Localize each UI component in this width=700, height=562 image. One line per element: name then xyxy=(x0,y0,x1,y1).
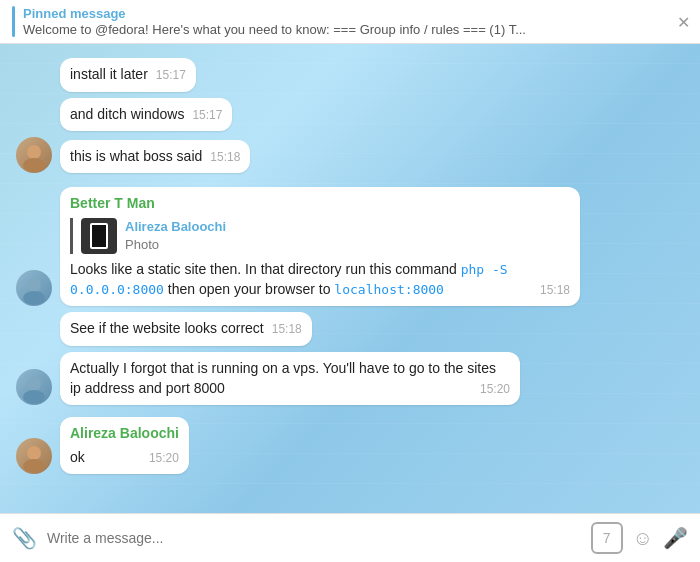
svg-point-2 xyxy=(27,278,41,292)
message-text: Looks like a static site then. In that d… xyxy=(70,261,461,277)
message-bubble: See if the website looks correct 15:18 xyxy=(60,312,312,346)
message-time: 15:18 xyxy=(272,321,302,338)
chat-area: install it later 15:17 and ditch windows… xyxy=(0,44,700,513)
svg-point-1 xyxy=(23,158,45,172)
mic-icon[interactable]: 🎤 xyxy=(663,526,688,550)
avatar xyxy=(16,438,52,474)
message-time: 15:17 xyxy=(156,67,186,84)
svg-point-0 xyxy=(27,145,41,159)
message-text: See if the website looks correct xyxy=(70,320,264,336)
message-bubble: Actually I forgot that is running on a v… xyxy=(60,352,520,405)
pinned-accent xyxy=(12,6,15,37)
message-text-mid: then open your browser to xyxy=(164,281,334,297)
emoji-icon[interactable]: ☺ xyxy=(633,527,653,550)
message-bubble: Better T Man Alireza Baloochi Photo Look… xyxy=(60,187,580,306)
message-row: Alireza Baloochi ok 15:20 xyxy=(16,417,684,474)
avatar xyxy=(16,137,52,173)
message-row: Better T Man Alireza Baloochi Photo Look… xyxy=(16,187,684,306)
message-text: ok xyxy=(70,449,85,465)
message-bubble: this is what boss said 15:18 xyxy=(60,140,250,174)
quote-sub: Photo xyxy=(125,236,226,254)
input-bar: 📎 7 ☺ 🎤 xyxy=(0,513,700,562)
quote-thumb-inner xyxy=(90,223,108,249)
message-time: 15:20 xyxy=(480,381,510,398)
message-bubble: Alireza Baloochi ok 15:20 xyxy=(60,417,189,474)
avatar xyxy=(16,270,52,306)
svg-point-4 xyxy=(27,377,41,391)
message-row: See if the website looks correct 15:18 xyxy=(16,312,684,346)
quote-thumbnail xyxy=(81,218,117,254)
code-span-2: localhost:8000 xyxy=(334,282,444,297)
svg-point-3 xyxy=(23,291,45,305)
quote-content: Alireza Baloochi Photo xyxy=(125,218,226,254)
message-time: 15:18 xyxy=(210,149,240,166)
pinned-content: Pinned message Welcome to @fedora! Here'… xyxy=(23,6,526,37)
svg-point-5 xyxy=(23,390,45,404)
message-time: 15:20 xyxy=(149,450,179,467)
message-time: 15:17 xyxy=(192,107,222,124)
message-row: install it later 15:17 xyxy=(16,58,684,92)
quote-block: Alireza Baloochi Photo xyxy=(70,218,570,254)
message-text: Actually I forgot that is running on a v… xyxy=(70,360,496,396)
attach-icon[interactable]: 📎 xyxy=(12,526,37,550)
message-bubble: and ditch windows 15:17 xyxy=(60,98,232,132)
avatar xyxy=(16,369,52,405)
message-text: and ditch windows xyxy=(70,106,184,122)
message-bubble: install it later 15:17 xyxy=(60,58,196,92)
close-icon[interactable]: ✕ xyxy=(677,12,690,31)
message-text: install it later xyxy=(70,66,148,82)
sticker-button[interactable]: 7 xyxy=(591,522,623,554)
sender-name: Alireza Baloochi xyxy=(70,424,179,444)
sticker-label: 7 xyxy=(603,530,611,546)
message-row: this is what boss said 15:18 xyxy=(16,137,684,173)
pinned-text: Welcome to @fedora! Here's what you need… xyxy=(23,22,526,37)
sender-name: Better T Man xyxy=(70,194,570,214)
pinned-label: Pinned message xyxy=(23,6,526,21)
quote-author: Alireza Baloochi xyxy=(125,218,226,236)
pinned-message-bar: Pinned message Welcome to @fedora! Here'… xyxy=(0,0,700,44)
message-text: this is what boss said xyxy=(70,148,202,164)
message-time: 15:18 xyxy=(540,282,570,299)
message-row: Actually I forgot that is running on a v… xyxy=(16,352,684,405)
svg-point-7 xyxy=(23,459,45,473)
svg-point-6 xyxy=(27,446,41,460)
message-row: and ditch windows 15:17 xyxy=(16,98,684,132)
message-input[interactable] xyxy=(47,530,581,546)
